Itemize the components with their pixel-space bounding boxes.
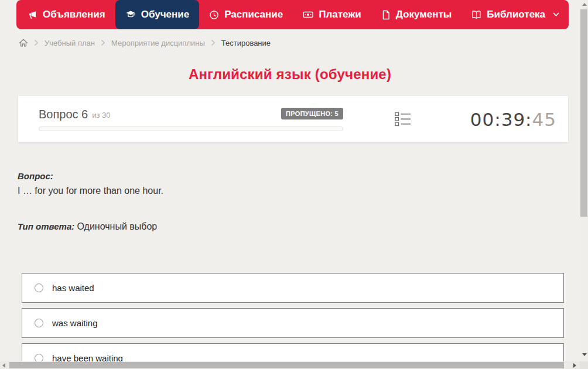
breadcrumb-item-study-plan[interactable]: Учебный план <box>45 39 95 47</box>
test-timer: 00:39:45 <box>470 109 556 130</box>
nav-item-label: Библиотека <box>487 9 545 20</box>
answer-option-label: was waiting <box>52 318 98 328</box>
scroll-down-arrow[interactable] <box>582 353 587 356</box>
question-total: из 30 <box>92 108 110 119</box>
breadcrumb-separator-icon <box>211 39 216 46</box>
timer-seconds: 45 <box>532 109 556 130</box>
nav-item-label: Обучение <box>141 9 189 20</box>
scroll-up-arrow[interactable] <box>582 3 587 6</box>
page-title: Английский язык (обучение) <box>0 66 580 83</box>
question-list-icon[interactable] <box>395 111 411 127</box>
megaphone-icon <box>28 10 37 20</box>
top-nav: Объявления Обучение Расписание Платежи Д… <box>16 0 569 29</box>
question-label: Вопрос: <box>18 171 53 181</box>
clock-icon <box>209 10 219 20</box>
answer-type-line: Тип ответа: Одиночный выбор <box>18 221 157 232</box>
nav-item-label: Объявления <box>43 9 105 20</box>
breadcrumb: Учебный план Мероприятие дисциплины Тест… <box>19 37 271 49</box>
skipped-badge: ПРОПУЩЕНО: 5 <box>281 108 343 119</box>
breadcrumb-item-testing: Тестирование <box>221 39 271 47</box>
nav-item-announcements[interactable]: Объявления <box>18 0 115 29</box>
breadcrumb-separator-icon <box>101 39 105 46</box>
nav-item-library[interactable]: Библиотека <box>461 0 569 29</box>
breadcrumb-item-discipline-event[interactable]: Мероприятие дисциплины <box>111 39 205 47</box>
timer-hours-minutes: 00:39: <box>470 109 532 130</box>
book-icon <box>471 10 481 19</box>
question-status-panel: Вопрос 6 из 30 ПРОПУЩЕНО: 5 00:39:45 <box>18 96 568 142</box>
nav-item-label: Платежи <box>319 9 361 20</box>
radio-button[interactable] <box>35 319 43 327</box>
vertical-scrollbar-thumb[interactable] <box>580 9 587 217</box>
question-number: Вопрос 6 <box>39 108 88 121</box>
answer-type-value: Одиночный выбор <box>77 221 157 231</box>
nav-item-schedule[interactable]: Расписание <box>199 0 293 29</box>
chevron-down-icon <box>553 12 559 17</box>
banknote-icon <box>303 10 313 19</box>
nav-item-payments[interactable]: Платежи <box>293 0 371 29</box>
nav-item-label: Расписание <box>224 9 283 20</box>
nav-item-label: Документы <box>396 9 452 20</box>
document-icon <box>381 10 391 20</box>
horizontal-scrollbar-thumb[interactable] <box>9 362 564 368</box>
nav-item-education[interactable]: Обучение <box>115 0 199 29</box>
graduation-cap-icon <box>125 10 136 19</box>
nav-item-documents[interactable]: Документы <box>371 0 462 29</box>
question-text: I … for you for more than one hour. <box>18 186 163 196</box>
scroll-right-arrow[interactable] <box>573 363 576 368</box>
answer-option-label: has waited <box>52 283 94 293</box>
horizontal-scrollbar[interactable] <box>0 361 580 369</box>
answer-option-was-waiting[interactable]: was waiting <box>22 308 564 338</box>
scrollbar-corner <box>580 361 588 369</box>
breadcrumb-separator-icon <box>34 39 39 46</box>
answer-option-has-waited[interactable]: has waited <box>22 273 564 303</box>
answer-options: has waited was waiting have been waiting <box>22 273 564 369</box>
scroll-left-arrow[interactable] <box>2 363 5 368</box>
answer-type-label: Тип ответа: <box>18 221 74 231</box>
radio-button[interactable] <box>35 283 43 292</box>
vertical-scrollbar[interactable] <box>580 0 588 361</box>
progress-bar <box>39 127 343 131</box>
question-progress-block: Вопрос 6 из 30 ПРОПУЩЕНО: 5 <box>39 108 343 131</box>
home-icon[interactable] <box>19 38 28 47</box>
